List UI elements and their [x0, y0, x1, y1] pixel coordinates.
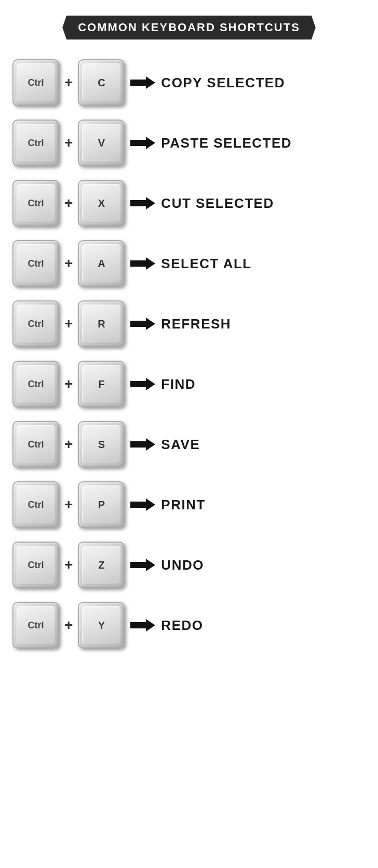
shortcut-label-undo: UNDO [161, 557, 366, 573]
key-undo: Z [78, 542, 125, 588]
ctrl-label: Ctrl [28, 319, 44, 330]
key-letter-save: S [98, 439, 105, 451]
plus-sign-paste: + [64, 135, 73, 151]
arrow-icon-select-all [130, 256, 156, 271]
plus-sign-copy: + [64, 74, 73, 91]
ctrl-label: Ctrl [28, 439, 44, 450]
shortcut-label-paste: PASTE SELECTED [161, 135, 366, 151]
arrow-icon-save [130, 437, 156, 452]
key-redo: Y [78, 602, 125, 649]
ctrl-key-cut: Ctrl [12, 180, 59, 227]
plus-sign-print: + [64, 496, 73, 513]
arrow-icon-print [130, 497, 156, 512]
ctrl-key-undo: Ctrl [12, 542, 59, 588]
plus-sign-cut: + [64, 195, 73, 212]
svg-marker-2 [130, 197, 155, 209]
arrow-icon-redo [130, 617, 156, 633]
svg-marker-0 [130, 76, 155, 89]
key-paste: V [78, 120, 125, 166]
shortcut-label-redo: REDO [161, 617, 366, 634]
ctrl-key-find: Ctrl [12, 361, 59, 407]
shortcut-row-undo: Ctrl + Z UNDO [12, 537, 366, 593]
key-letter-cut: X [98, 198, 105, 209]
ctrl-label: Ctrl [28, 499, 44, 510]
arrow-icon-cut [130, 195, 156, 211]
shortcut-row-find: Ctrl + F FIND [12, 357, 366, 412]
svg-marker-3 [130, 257, 155, 270]
ctrl-key-copy: Ctrl [12, 59, 59, 106]
ctrl-label: Ctrl [28, 138, 44, 149]
shortcut-row-paste: Ctrl + V PASTE SELECTED [12, 115, 366, 170]
shortcut-row-select-all: Ctrl + A SELECT ALL [12, 236, 366, 291]
shortcut-row-redo: Ctrl + Y REDO [12, 598, 366, 653]
ctrl-label: Ctrl [28, 198, 44, 209]
key-letter-refresh: R [98, 318, 105, 330]
key-letter-undo: Z [98, 559, 104, 571]
ctrl-key-save: Ctrl [12, 421, 59, 468]
shortcut-row-print: Ctrl + P PRINT [12, 477, 366, 532]
ctrl-label: Ctrl [28, 620, 44, 631]
key-print: P [78, 481, 125, 528]
ctrl-key-refresh: Ctrl [12, 300, 59, 347]
svg-marker-5 [130, 378, 155, 390]
ctrl-key-redo: Ctrl [12, 602, 59, 649]
plus-sign-select-all: + [64, 255, 73, 272]
arrow-icon-find [130, 376, 156, 392]
key-cut: X [78, 180, 125, 227]
key-letter-select-all: A [98, 258, 105, 270]
svg-marker-1 [130, 137, 155, 149]
shortcut-row-save: Ctrl + S SAVE [12, 417, 366, 472]
arrow-icon-undo [130, 557, 156, 573]
plus-sign-refresh: + [64, 315, 73, 332]
ctrl-key-paste: Ctrl [12, 120, 59, 166]
plus-sign-undo: + [64, 557, 73, 573]
ctrl-label: Ctrl [28, 258, 44, 269]
shortcut-label-copy: COPY SELECTED [161, 75, 366, 91]
plus-sign-save: + [64, 436, 73, 453]
key-find: F [78, 361, 125, 407]
key-letter-redo: Y [98, 620, 105, 632]
arrow-icon-refresh [130, 316, 156, 332]
ctrl-label: Ctrl [28, 77, 44, 88]
svg-marker-9 [130, 619, 155, 632]
shortcuts-list: Ctrl + C COPY SELECTED Ctrl + [12, 55, 366, 653]
key-letter-find: F [98, 378, 104, 390]
shortcut-label-refresh: REFRESH [161, 316, 366, 332]
title-text: COMMON KEYBOARD SHORTCUTS [78, 21, 300, 34]
shortcut-label-select-all: SELECT ALL [161, 256, 366, 272]
ctrl-key-print: Ctrl [12, 481, 59, 528]
key-letter-print: P [98, 499, 105, 511]
svg-marker-7 [130, 498, 155, 511]
arrow-icon-paste [130, 135, 156, 151]
plus-sign-redo: + [64, 617, 73, 634]
key-refresh: R [78, 300, 125, 347]
shortcut-row-refresh: Ctrl + R REFRESH [12, 296, 366, 351]
key-copy: C [78, 59, 125, 106]
shortcut-label-save: SAVE [161, 437, 366, 453]
svg-marker-8 [130, 559, 155, 571]
title-banner: COMMON KEYBOARD SHORTCUTS [62, 16, 316, 40]
svg-marker-4 [130, 318, 155, 330]
ctrl-label: Ctrl [28, 379, 44, 390]
shortcut-row-copy: Ctrl + C COPY SELECTED [12, 55, 366, 110]
plus-sign-find: + [64, 376, 73, 392]
shortcut-label-find: FIND [161, 376, 366, 392]
key-select-all: A [78, 240, 125, 287]
ctrl-key-select-all: Ctrl [12, 240, 59, 287]
shortcut-row-cut: Ctrl + X CUT SELECTED [12, 176, 366, 231]
ctrl-label: Ctrl [28, 560, 44, 571]
key-letter-copy: C [98, 77, 105, 89]
key-save: S [78, 421, 125, 468]
shortcut-label-cut: CUT SELECTED [161, 195, 366, 212]
arrow-icon-copy [130, 75, 156, 90]
key-letter-paste: V [98, 137, 105, 149]
shortcut-label-print: PRINT [161, 497, 366, 513]
svg-marker-6 [130, 438, 155, 451]
